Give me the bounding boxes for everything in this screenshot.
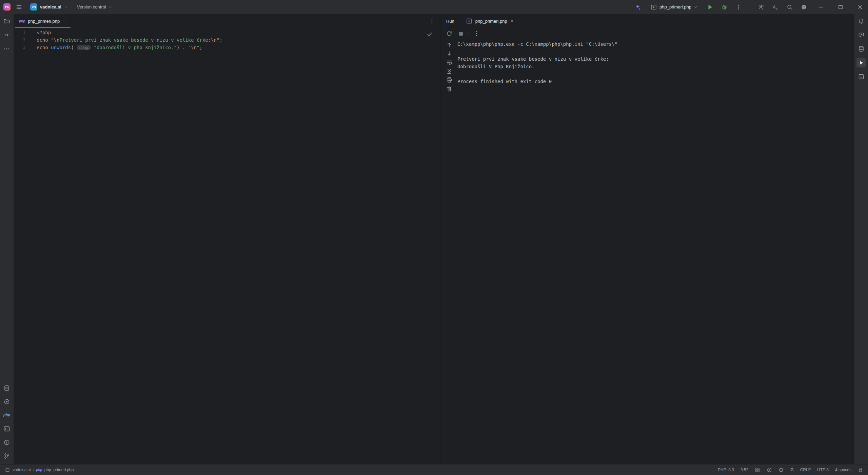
indent-status[interactable]: 4 spaces	[835, 468, 851, 472]
code-line: echo ucwords( string: "dobrodošli v php …	[37, 44, 222, 51]
highlighting-level-status-button[interactable]	[778, 467, 784, 473]
ai-assistant-toolwindow-button[interactable]	[856, 30, 866, 40]
editor-tab-options-button[interactable]	[427, 16, 437, 26]
run-tab-label: php_primeri.php	[475, 19, 507, 24]
next-occurrence-button[interactable]	[446, 50, 453, 57]
services-toolwindow-button[interactable]	[2, 397, 12, 406]
minimize-button[interactable]	[813, 0, 829, 14]
encoding-status[interactable]: UTF-8	[817, 468, 829, 472]
rerun-button[interactable]	[446, 30, 453, 37]
php-console-toolwindow-button[interactable]: php	[2, 411, 12, 420]
line-separator-status[interactable]: CRLF	[800, 468, 811, 472]
titlebar-separator	[750, 4, 750, 11]
run-tab-php-primeri[interactable]: php_primeri.php	[462, 14, 518, 28]
prev-occurrence-button[interactable]	[446, 41, 453, 49]
php-file-icon: php	[36, 468, 42, 472]
console-icon	[466, 18, 473, 24]
cursor-position-status[interactable]: 3:52	[741, 468, 748, 472]
translate-button[interactable]: Aa	[770, 2, 781, 12]
line-number[interactable]: 2	[14, 36, 37, 44]
close-run-tab-button[interactable]	[510, 19, 514, 23]
code-editor[interactable]: 123 <?phpecho "\nPretvori prvi znak vsak…	[14, 28, 440, 464]
grazie-status-button[interactable]: G	[790, 468, 793, 472]
settings-button[interactable]	[799, 2, 809, 12]
main-menu-button[interactable]	[14, 2, 24, 12]
commit-toolwindow-button[interactable]	[2, 30, 12, 40]
editor-gutter: 123	[14, 28, 37, 464]
inspections-widget[interactable]	[426, 31, 433, 38]
bell-icon	[858, 18, 865, 24]
close-tab-button[interactable]	[62, 19, 66, 23]
more-run-actions-button[interactable]	[733, 2, 744, 12]
donut-icon	[778, 467, 784, 473]
rerun-icon	[446, 30, 453, 37]
database-toolwindow-button-right[interactable]	[856, 44, 866, 54]
vcs-widget[interactable]: Version control	[74, 3, 115, 11]
code-with-me-button[interactable]	[756, 2, 766, 12]
breadcrumb-project[interactable]: vadnica.si	[13, 468, 31, 472]
soft-wrap-button[interactable]	[446, 59, 453, 66]
debug-button[interactable]	[719, 2, 729, 12]
project-widget[interactable]: VS vadnica.si	[27, 2, 71, 12]
run-more-options-button[interactable]	[473, 30, 480, 37]
run-toolwindow-button[interactable]	[856, 58, 866, 68]
editor-tab-php-primeri[interactable]: php php_primeri.php	[15, 14, 71, 28]
stop-button[interactable]	[457, 30, 465, 37]
kebab-icon	[473, 30, 480, 37]
hamburger-icon	[16, 4, 22, 11]
run-toolbar	[441, 28, 854, 39]
console-toolbar	[441, 39, 457, 464]
line-number[interactable]: 3	[14, 44, 37, 51]
more-tool-windows-button[interactable]	[2, 44, 12, 54]
run-configuration-selector[interactable]: php_primeri.php	[647, 2, 701, 12]
problems-icon	[3, 439, 10, 446]
phpstorm-logo-icon: PS	[3, 3, 11, 11]
check-icon	[426, 31, 433, 38]
php-icon: php	[2, 411, 12, 420]
problems-toolwindow-button[interactable]	[2, 438, 12, 447]
maximize-button[interactable]	[833, 0, 848, 14]
console-line: Process finished with exit code 0	[457, 78, 854, 85]
bug-icon	[721, 4, 728, 11]
database-toolwindow-button[interactable]	[2, 383, 12, 393]
scroll-to-end-button[interactable]	[446, 68, 453, 75]
user-plus-icon	[758, 4, 765, 11]
column-grid-status-button[interactable]	[755, 467, 760, 473]
chevron-down-icon	[694, 5, 698, 9]
terminal-toolwindow-button[interactable]	[2, 424, 12, 434]
right-tool-stripe	[854, 14, 868, 464]
breadcrumb-file[interactable]: php_primeri.php	[44, 468, 74, 472]
search-everywhere-button[interactable]	[785, 2, 795, 12]
structure-icon	[858, 73, 865, 80]
minimize-icon	[817, 4, 824, 11]
console-line: C:\xampp\php\php.exe -c C:\xampp\php\php…	[457, 40, 854, 48]
arrow-up-icon	[446, 41, 453, 48]
left-tool-stripe: php	[0, 14, 14, 464]
titlebar: PS VS vadnica.si Version control php_pri…	[0, 0, 868, 14]
run-body: C:\xampp\php\php.exe -c C:\xampp\php\php…	[441, 39, 854, 464]
spellcheck-status-button[interactable]: A	[767, 467, 772, 473]
git-toolwindow-button[interactable]	[2, 451, 12, 461]
console-output[interactable]: C:\xampp\php\php.exe -c C:\xampp\php\php…	[457, 39, 854, 464]
run-toolwindow-title[interactable]: Run	[446, 19, 454, 24]
breadcrumb: vadnica.si › php php_primeri.php	[13, 468, 74, 472]
ai-assistant-button[interactable]	[633, 2, 643, 12]
readonly-toggle-button[interactable]	[858, 467, 863, 473]
structure-toolwindow-button[interactable]	[856, 72, 866, 81]
play-icon	[858, 59, 865, 66]
editor-tab-label: php_primeri.php	[28, 19, 60, 24]
folder-icon	[3, 18, 10, 24]
grid-icon	[755, 467, 760, 473]
run-button[interactable]	[705, 2, 715, 12]
close-window-button[interactable]	[852, 0, 868, 14]
project-toolwindow-button[interactable]	[2, 16, 12, 26]
php-file-icon: php	[19, 19, 25, 23]
clear-all-button[interactable]	[446, 85, 453, 93]
run-config-icon	[650, 4, 657, 11]
php-version-status[interactable]: PHP: 8.3	[718, 468, 734, 472]
gear-icon	[801, 4, 807, 11]
print-button[interactable]	[446, 76, 453, 84]
line-number[interactable]: 1	[14, 29, 37, 36]
notifications-button[interactable]	[856, 16, 866, 26]
breadcrumb-separator: ›	[33, 468, 34, 472]
